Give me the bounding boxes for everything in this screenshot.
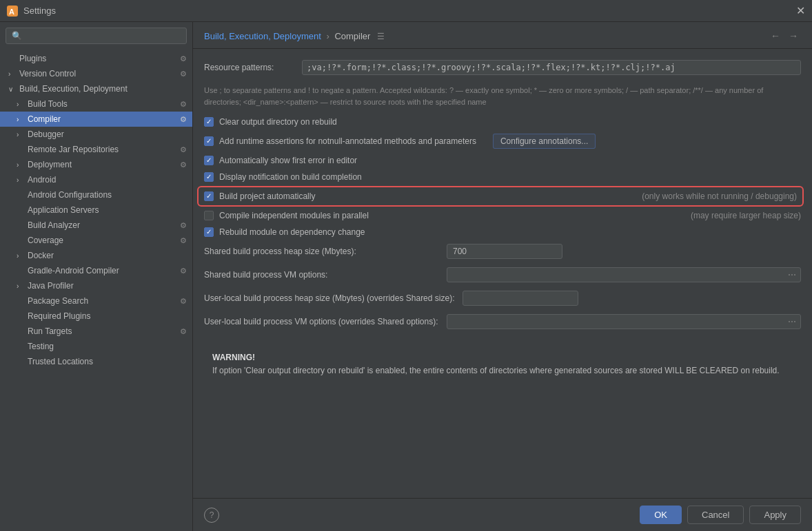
- apply-button[interactable]: Apply: [749, 506, 801, 524]
- back-button[interactable]: ←: [768, 29, 783, 43]
- user-vm-input[interactable]: [451, 317, 788, 326]
- checkbox-add-assertions[interactable]: [204, 136, 214, 146]
- ok-button[interactable]: OK: [640, 506, 682, 524]
- window-title: Settings: [23, 6, 56, 16]
- arrow-icon: ›: [17, 116, 25, 123]
- settings-window: A Settings ✕ 🔍 Plugins ⚙ › Version: [0, 0, 812, 531]
- sidebar-item-label: Android: [28, 175, 56, 185]
- sidebar-item-label: Coverage: [28, 236, 63, 245]
- main-panel: Build, Execution, Deployment › Compiler …: [193, 22, 812, 531]
- shared-vm-row: Shared build process VM options: ⋯: [204, 267, 801, 282]
- sidebar-item-remote-jar[interactable]: Remote Jar Repositories ⚙: [0, 142, 192, 157]
- sidebar-item-build-exec-deploy[interactable]: ∨ Build, Execution, Deployment: [0, 81, 192, 96]
- sidebar-item-deployment[interactable]: › Deployment ⚙: [0, 157, 192, 172]
- user-vm-expand-button[interactable]: ⋯: [788, 317, 796, 326]
- arrow-icon: ›: [17, 161, 25, 169]
- sidebar-item-gradle-android[interactable]: Gradle-Android Compiler ⚙: [0, 263, 192, 278]
- sidebar-item-trusted-locations[interactable]: Trusted Locations: [0, 354, 192, 369]
- option-show-first-error: Automatically show first error in editor: [204, 156, 801, 165]
- app-icon: A: [7, 6, 18, 17]
- gear-icon: ⚙: [180, 267, 187, 275]
- option-label-rebuild-module: Rebuild module on dependency change: [219, 227, 365, 237]
- titlebar: A Settings ✕: [0, 0, 812, 22]
- checkbox-clear-output[interactable]: [204, 117, 214, 127]
- shared-vm-input[interactable]: [451, 270, 788, 280]
- arrow-icon: ›: [17, 282, 25, 290]
- gear-icon: ⚙: [180, 327, 187, 336]
- gear-icon: ⚙: [180, 54, 187, 63]
- option-label-clear-output: Clear output directory on rebuild: [219, 117, 337, 127]
- warning-text: If option 'Clear output directory on reb…: [212, 366, 780, 375]
- configure-annotations-button[interactable]: Configure annotations...: [493, 134, 596, 149]
- shared-heap-input[interactable]: [447, 244, 562, 259]
- help-button[interactable]: ?: [204, 508, 219, 523]
- checkbox-build-auto[interactable]: [204, 191, 214, 201]
- sidebar-item-run-targets[interactable]: Run Targets ⚙: [0, 324, 192, 339]
- sidebar-item-label: Android Configurations: [28, 190, 112, 200]
- sidebar-item-label: Gradle-Android Compiler: [28, 266, 119, 275]
- checkbox-rebuild-module[interactable]: [204, 227, 214, 237]
- user-heap-input[interactable]: [463, 291, 578, 306]
- sidebar-item-label: Trusted Locations: [28, 357, 93, 366]
- checkbox-compile-parallel[interactable]: [204, 211, 214, 220]
- sidebar-item-android[interactable]: › Android: [0, 172, 192, 187]
- resource-patterns-label: Resource patterns:: [204, 63, 294, 72]
- sidebar-item-debugger[interactable]: › Debugger: [0, 127, 192, 142]
- shared-vm-expand-button[interactable]: ⋯: [788, 270, 796, 280]
- gear-icon: ⚙: [180, 100, 187, 109]
- shared-vm-input-wrap: ⋯: [447, 267, 801, 282]
- option-label-compile-parallel: Compile independent modules in parallel: [219, 211, 369, 220]
- sidebar-item-label: Build Tools: [28, 99, 68, 109]
- sidebar-item-android-conf[interactable]: Android Configurations: [0, 187, 192, 202]
- search-input[interactable]: [26, 31, 181, 41]
- gear-icon: ⚙: [180, 115, 187, 124]
- checkbox-show-first-error[interactable]: [204, 156, 214, 165]
- sidebar-item-package-search[interactable]: Package Search ⚙: [0, 293, 192, 309]
- sidebar: 🔍 Plugins ⚙ › Version Control ⚙: [0, 22, 193, 531]
- option-rebuild-module: Rebuild module on dependency change: [204, 227, 801, 237]
- arrow-icon: ›: [17, 176, 25, 184]
- sidebar-item-required-plugins[interactable]: Required Plugins: [0, 309, 192, 324]
- option-build-auto: Build project automatically (only works …: [200, 189, 801, 204]
- breadcrumb-current: Compiler: [334, 31, 370, 41]
- resource-patterns-row: Resource patterns:: [204, 60, 801, 75]
- sidebar-item-plugins[interactable]: Plugins ⚙: [0, 51, 192, 66]
- compile-parallel-note: (may require larger heap size): [691, 211, 801, 220]
- option-add-assertions: Add runtime assertions for notnull-annot…: [204, 134, 801, 149]
- sidebar-item-testing[interactable]: Testing: [0, 339, 192, 354]
- search-box: 🔍: [6, 28, 187, 44]
- arrow-icon: ›: [17, 252, 25, 260]
- search-icon: 🔍: [12, 31, 22, 41]
- sidebar-item-label: Compiler: [28, 114, 61, 124]
- arrow-icon: ›: [8, 70, 17, 78]
- sidebar-item-compiler[interactable]: › Compiler ⚙: [0, 112, 192, 127]
- sidebar-item-build-analyzer[interactable]: Build Analyzer ⚙: [0, 218, 192, 233]
- footer: ? OK Cancel Apply: [193, 498, 812, 531]
- forward-button[interactable]: →: [786, 29, 801, 43]
- checkbox-notify-completion[interactable]: [204, 172, 214, 182]
- user-heap-label: User-local build process heap size (Mbyt…: [204, 293, 454, 303]
- sidebar-item-app-servers[interactable]: Application Servers: [0, 202, 192, 218]
- sidebar-item-label: Build, Execution, Deployment: [19, 84, 128, 94]
- arrow-icon: ›: [17, 101, 25, 108]
- settings-icon: ☰: [377, 32, 385, 41]
- sidebar-item-label: Plugins: [19, 54, 46, 63]
- close-button[interactable]: ✕: [796, 6, 805, 17]
- sidebar-item-docker[interactable]: › Docker: [0, 248, 192, 263]
- sidebar-item-label: Application Servers: [28, 205, 99, 215]
- user-vm-row: User-local build process VM options (ove…: [204, 314, 801, 329]
- arrow-icon: ∨: [8, 85, 17, 93]
- cancel-button[interactable]: Cancel: [687, 506, 744, 524]
- breadcrumb-parent[interactable]: Build, Execution, Deployment: [204, 31, 321, 41]
- sidebar-item-version-control[interactable]: › Version Control ⚙: [0, 66, 192, 81]
- sidebar-item-java-profiler[interactable]: › Java Profiler: [0, 278, 192, 293]
- gear-icon: ⚙: [180, 160, 187, 169]
- gear-icon: ⚙: [180, 297, 187, 306]
- sidebar-item-label: Version Control: [19, 69, 76, 79]
- user-vm-input-wrap: ⋯: [447, 314, 801, 329]
- sidebar-item-build-tools[interactable]: › Build Tools ⚙: [0, 96, 192, 112]
- resource-patterns-input[interactable]: [307, 63, 796, 72]
- option-label-build-auto: Build project automatically: [219, 191, 315, 201]
- sidebar-item-coverage[interactable]: Coverage ⚙: [0, 233, 192, 248]
- shared-vm-label: Shared build process VM options:: [204, 270, 438, 280]
